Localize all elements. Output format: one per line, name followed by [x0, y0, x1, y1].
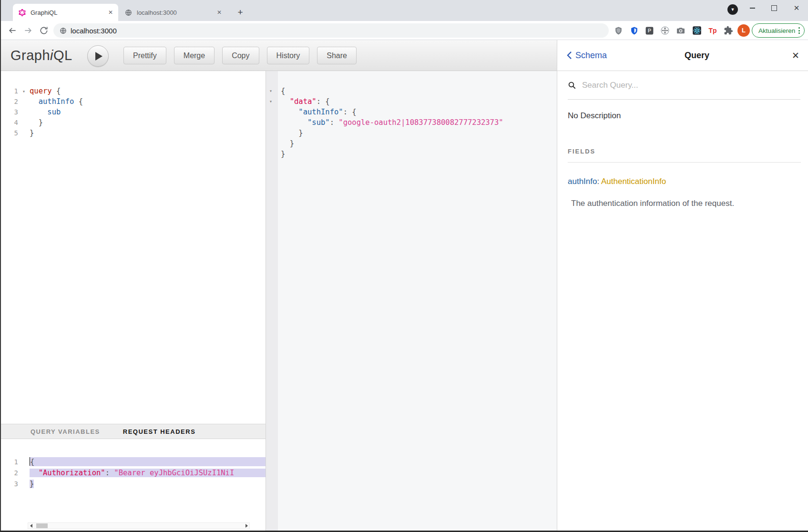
browser-tab-localhost[interactable]: localhost:3000 ✕ [119, 4, 227, 21]
code-token: "data" [290, 97, 317, 106]
play-icon [95, 52, 102, 61]
horizontal-scrollbar[interactable] [28, 522, 250, 529]
tab-close-icon[interactable]: ✕ [215, 9, 223, 16]
tp-badge-extension-icon[interactable]: Tp [707, 25, 718, 36]
move-crosshair-extension-icon[interactable] [660, 25, 670, 36]
code-line: } [266, 138, 557, 149]
browser-tab-strip: GraphiQL ✕ localhost:3000 ✕ + ▼ ✕ [0, 0, 808, 21]
reload-icon[interactable] [39, 26, 49, 35]
p-badge-extension-icon[interactable]: P [644, 25, 655, 36]
doc-back-label: Schema [575, 51, 607, 61]
toolbar-button-history[interactable]: History [267, 47, 310, 64]
tab-request-headers[interactable]: REQUEST HEADERS [123, 428, 196, 435]
camera-extension-icon[interactable] [675, 25, 686, 36]
code-line: 3 sub [0, 107, 266, 117]
code-token: { [74, 97, 83, 106]
code-line: ▾ "data": { [266, 96, 557, 107]
fold-arrow-icon[interactable]: ▾ [269, 99, 272, 104]
line-number: 5 [0, 129, 18, 137]
window-close-button[interactable]: ✕ [786, 0, 808, 16]
update-button-label: Aktualisieren [758, 27, 798, 34]
browser-update-caret-icon[interactable]: ▼ [727, 4, 738, 15]
code-line: 3} [0, 478, 266, 489]
scroll-right-arrow-icon[interactable] [244, 523, 249, 529]
toolbar-button-merge[interactable]: Merge [174, 47, 215, 64]
window-left-edge [0, 0, 1, 532]
new-tab-button[interactable]: + [235, 7, 246, 18]
browser-toolbar: localhost:3000 P Tp L Aktualisieren [0, 21, 808, 40]
toolbar-buttons: PrettifyMergeCopyHistoryShare [123, 47, 357, 64]
extensions-puzzle-icon[interactable] [723, 25, 734, 36]
code-text: "authInfo": { [281, 108, 557, 116]
code-token: : [343, 108, 352, 116]
tab-close-icon[interactable]: ✕ [107, 9, 114, 16]
react-devtools-extension-icon[interactable] [692, 25, 702, 36]
code-line: } [266, 149, 557, 159]
toolbar-button-share[interactable]: Share [317, 47, 357, 64]
address-bar[interactable]: localhost:3000 [53, 23, 609, 38]
code-text: } [281, 129, 557, 137]
doc-field-name-link[interactable]: authInfo [568, 177, 597, 186]
code-line: } [266, 128, 557, 138]
code-token: authInfo [39, 97, 74, 106]
minimize-button[interactable] [741, 0, 763, 16]
code-line: 2 authInfo { [0, 96, 266, 107]
bitwarden-extension-icon[interactable] [629, 25, 639, 36]
code-line: "sub": "google-oauth2|108377380082777232… [266, 117, 557, 128]
back-icon[interactable] [8, 26, 17, 35]
doc-field-type-link[interactable]: AuthenticationInfo [601, 177, 666, 186]
code-line: 1{ [0, 456, 266, 467]
code-text: } [30, 480, 266, 488]
execute-query-button[interactable] [87, 45, 109, 67]
doc-close-icon[interactable]: ✕ [792, 50, 799, 61]
chrome-menu-dots-icon[interactable] [798, 27, 800, 34]
code-line: "authInfo": { [266, 107, 557, 117]
tab-title: GraphiQL [31, 9, 107, 16]
code-token [281, 108, 298, 116]
code-token: } [281, 139, 294, 148]
code-line: ▾{ [266, 86, 557, 96]
doc-search-row [557, 71, 808, 100]
code-token: } [30, 129, 34, 137]
tab-title: localhost:3000 [137, 9, 215, 16]
site-info-globe-icon[interactable] [60, 27, 67, 34]
doc-search-input[interactable] [581, 80, 800, 91]
doc-field-colon: : [597, 177, 599, 186]
doc-field-description: The authentication information of the re… [571, 199, 734, 208]
code-token [281, 97, 290, 106]
query-editor[interactable]: 1▾query {2 authInfo {3 sub4 }5} [0, 71, 266, 393]
graphql-favicon-icon [19, 9, 26, 16]
request-headers-editor[interactable]: 1{2 "Authorization": "Bearer eyJhbGciOiJ… [0, 439, 266, 531]
doc-explorer-header: Schema Query ✕ [557, 40, 808, 71]
line-number: 4 [0, 119, 18, 126]
code-text: authInfo { [30, 97, 266, 106]
code-text: "data": { [281, 97, 557, 106]
code-token: : [105, 469, 114, 477]
fold-arrow-icon[interactable]: ▾ [269, 88, 272, 93]
toolbar-button-copy[interactable]: Copy [222, 47, 259, 64]
scroll-left-arrow-icon[interactable] [28, 523, 34, 529]
maximize-button[interactable] [763, 0, 785, 16]
ublock-extension-icon[interactable] [613, 25, 624, 36]
graphiql-topbar: GraphiQL PrettifyMergeCopyHistoryShare [0, 40, 557, 71]
code-text: "sub": "google-oauth2|108377380082777232… [281, 118, 557, 127]
query-pane: 1▾query {2 authInfo {3 sub4 }5} QUERY VA… [0, 71, 266, 531]
code-text: query { [30, 87, 266, 95]
fold-arrow-icon[interactable]: ▾ [18, 89, 30, 94]
doc-title: Query [607, 51, 792, 61]
toolbar-button-prettify[interactable]: Prettify [123, 47, 166, 64]
graphiql-app: GraphiQL PrettifyMergeCopyHistoryShare 1… [0, 40, 808, 531]
line-number: 3 [0, 480, 18, 488]
code-line: 2 "Authorization": "Bearer eyJhbGciOiJSU… [0, 467, 266, 478]
chrome-update-button[interactable]: Aktualisieren [752, 23, 805, 38]
doc-back-link[interactable]: Schema [567, 51, 607, 61]
forward-icon[interactable] [23, 26, 33, 35]
browser-tab-graphiql[interactable]: GraphiQL ✕ [13, 4, 118, 21]
result-viewer: ▾{▾ "data": { "authInfo": { "sub": "goog… [266, 71, 557, 159]
profile-avatar[interactable]: L [737, 24, 750, 37]
result-pane: ▾{▾ "data": { "authInfo": { "sub": "goog… [266, 71, 557, 531]
code-text: } [30, 129, 266, 137]
tab-query-variables[interactable]: QUERY VARIABLES [31, 428, 100, 435]
scrollbar-thumb[interactable] [36, 523, 48, 528]
code-text: sub [30, 108, 266, 116]
